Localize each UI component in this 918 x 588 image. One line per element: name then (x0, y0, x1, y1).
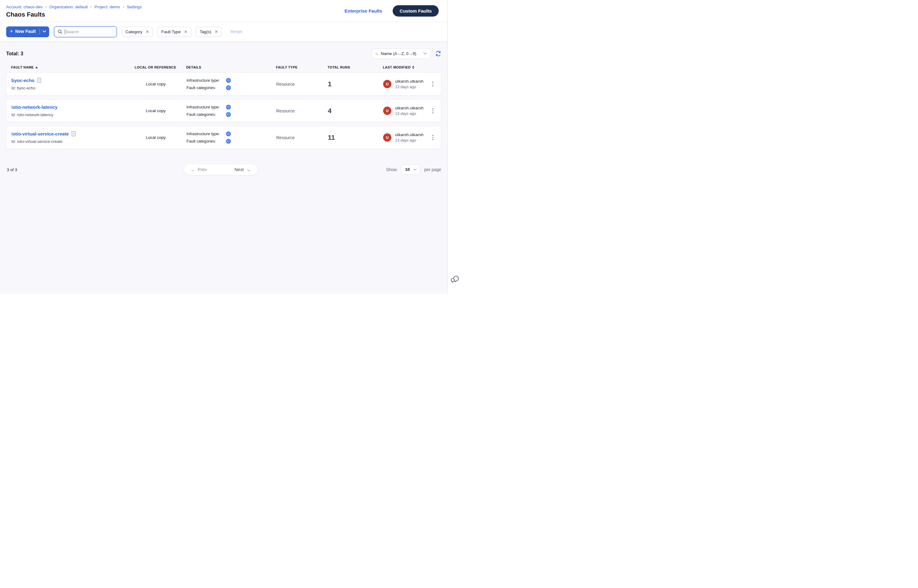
column-fault-name[interactable]: FAULT NAME (11, 65, 125, 69)
fault-id: Id: byoc-echo (11, 86, 125, 90)
search-icon (57, 29, 62, 34)
kubernetes-icon (226, 105, 231, 110)
total-runs-value: 11 (328, 134, 383, 142)
chevron-down-icon[interactable] (43, 31, 46, 32)
filter-chip-fault-type[interactable]: Fault Type ✕ (157, 27, 191, 37)
breadcrumb-separator: › (123, 5, 124, 9)
refresh-icon[interactable] (435, 51, 441, 57)
chat-bubbles-icon[interactable] (450, 276, 459, 284)
copy-icon[interactable] (37, 78, 41, 83)
arrow-right-icon: → (246, 167, 251, 172)
fault-categories-label: Fault categories: (186, 139, 226, 144)
column-fault-type: FAULT TYPE (271, 65, 328, 69)
chevron-down-icon (423, 53, 427, 55)
table-row: istio-network-latency Id: istio-network-… (6, 99, 441, 122)
close-icon[interactable]: ✕ (184, 30, 187, 34)
table-header-row: FAULT NAME LOCAL OR REFERENCE DETAILS FA… (6, 59, 441, 73)
breadcrumb-settings[interactable]: Settings (126, 5, 142, 9)
column-local-or-reference: LOCAL OR REFERENCE (125, 65, 186, 69)
filter-chip-tags[interactable]: Tag(s) ✕ (196, 27, 222, 37)
kubernetes-icon (226, 112, 231, 117)
modified-by-user: utkarsh.utkarsh (395, 79, 423, 84)
sort-arrows-icon: ↑↓ (375, 52, 378, 56)
breadcrumb-separator: › (45, 5, 47, 9)
breadcrumb-account[interactable]: Account: chaos-dev (6, 5, 43, 9)
fault-categories-label: Fault categories: (186, 112, 226, 117)
breadcrumb-project[interactable]: Project: demo (94, 5, 120, 9)
fault-id: Id: istio-virtual-service-create (11, 139, 125, 144)
right-gutter (447, 0, 459, 294)
fault-type-value: Resource (271, 135, 328, 140)
modified-time: 13 days ago (395, 85, 423, 89)
per-page-label: per page (424, 167, 441, 172)
filter-chip-category[interactable]: Category ✕ (122, 27, 153, 37)
column-details: DETAILS (186, 65, 271, 69)
total-runs-value: 1 (328, 80, 383, 88)
enterprise-faults-link[interactable]: Enterprise Faults (344, 8, 382, 13)
arrow-left-icon: ← (191, 167, 196, 172)
last-modified-cell: U utkarsh.utkarsh 13 days ago (383, 79, 426, 89)
avatar: U (383, 133, 391, 142)
infrastructure-type-label: Infrastructure type: (186, 131, 226, 136)
fault-categories-label: Fault categories: (186, 86, 226, 90)
sort-asc-icon (36, 67, 38, 68)
local-or-reference-value: Local copy (125, 108, 186, 113)
reset-filters-button[interactable]: Reset (230, 29, 242, 34)
show-label: Show (386, 167, 397, 172)
kubernetes-icon (226, 85, 231, 90)
fault-type-value: Resource (271, 82, 328, 87)
fault-name-link[interactable]: istio-virtual-service-create (11, 131, 69, 136)
last-modified-cell: U utkarsh.utkarsh 13 days ago (383, 132, 426, 142)
page-header: Account: chaos-dev › Organization: defau… (0, 0, 447, 22)
fault-list-area: Total: 3 ↑↓ Name (A→Z, 0→9) (0, 42, 447, 294)
breadcrumb-organization[interactable]: Organization: default (50, 5, 88, 9)
custom-faults-button[interactable]: Custom Faults (393, 5, 439, 16)
local-or-reference-value: Local copy (125, 82, 186, 86)
kebab-menu-icon[interactable] (427, 133, 438, 142)
copy-icon[interactable] (71, 131, 76, 136)
fault-details: Infrastructure type: Fault categories: (186, 105, 271, 117)
fault-type-value: Resource (271, 108, 328, 113)
kubernetes-icon (226, 78, 231, 83)
kebab-menu-icon[interactable] (427, 106, 438, 115)
next-page-button[interactable]: Next → (228, 164, 257, 175)
infrastructure-type-label: Infrastructure type: (186, 78, 226, 82)
avatar: U (383, 107, 391, 115)
modified-by-user: utkarsh.utkarsh (395, 106, 423, 110)
last-modified-cell: U utkarsh.utkarsh 13 days ago (383, 106, 426, 116)
fault-details: Infrastructure type: Fault categories: (186, 78, 271, 90)
chevron-down-icon (414, 169, 417, 171)
chaos-faults-page: Account: chaos-dev › Organization: defau… (0, 0, 459, 294)
button-divider (40, 28, 40, 34)
page-summary: 3 of 3 (7, 167, 17, 172)
plus-icon: + (10, 29, 13, 34)
page-number-button[interactable]: 1 (213, 164, 228, 175)
total-count: Total: 3 (6, 51, 23, 57)
total-runs-value: 4 (328, 107, 383, 115)
toolbar: + New Fault Category ✕ (0, 22, 447, 42)
fault-name-link[interactable]: byoc-echo (11, 78, 34, 83)
local-or-reference-value: Local copy (125, 135, 186, 140)
fault-details: Infrastructure type: Fault categories: (186, 131, 271, 144)
pagination: 3 of 3 ← Prev 1 Next → Show 10 (6, 164, 441, 175)
column-last-modified[interactable]: LAST MODIFIED (383, 65, 427, 69)
close-icon[interactable]: ✕ (215, 30, 218, 34)
page-title: Chaos Faults (6, 11, 142, 18)
fault-name-link[interactable]: istio-network-latency (11, 105, 57, 110)
modified-by-user: utkarsh.utkarsh (395, 132, 423, 137)
page-size-select[interactable]: 10 (401, 164, 420, 175)
close-icon[interactable]: ✕ (145, 30, 149, 34)
new-fault-button[interactable]: + New Fault (6, 26, 49, 37)
kubernetes-icon (226, 131, 231, 136)
search-box[interactable] (54, 26, 117, 37)
modified-time: 13 days ago (395, 111, 423, 116)
sort-dropdown[interactable]: ↑↓ Name (A→Z, 0→9) (372, 48, 431, 59)
table-row: byoc-echo Id: byoc-echo Local copy Infra… (6, 73, 441, 95)
search-input[interactable] (65, 29, 113, 34)
column-total-runs: TOTAL RUNS (328, 65, 383, 69)
prev-page-button[interactable]: ← Prev (184, 164, 213, 175)
avatar: U (383, 80, 391, 88)
breadcrumb: Account: chaos-dev › Organization: defau… (6, 5, 142, 9)
breadcrumb-separator: › (91, 5, 92, 9)
kebab-menu-icon[interactable] (427, 79, 438, 89)
